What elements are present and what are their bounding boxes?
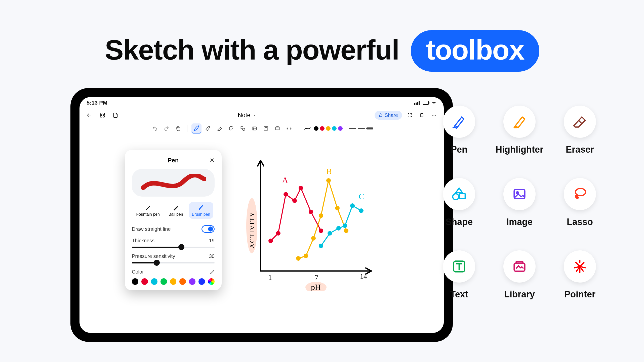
stroke-thin-button[interactable]	[349, 128, 356, 129]
tool-lasso[interactable]: Lasso	[551, 178, 609, 246]
close-button[interactable]: ✕	[210, 157, 215, 164]
eraser-tool-button[interactable]	[215, 123, 225, 133]
sketch-chart: 1 7 14 pH ACTIVITY A	[240, 150, 391, 291]
grid-view-button[interactable]	[98, 111, 107, 119]
svg-text:C: C	[359, 192, 365, 201]
color-swatch-black[interactable]	[314, 126, 318, 131]
color-swatches	[132, 278, 215, 285]
tool-pointer[interactable]: Pointer	[551, 250, 609, 318]
tool-highlighter[interactable]: Highlighter	[491, 106, 548, 173]
undo-button[interactable]	[150, 123, 160, 133]
svg-point-9	[229, 126, 233, 129]
tool-shape[interactable]: Shape	[430, 178, 488, 246]
share-label: Share	[385, 112, 398, 118]
svg-point-13	[253, 128, 254, 129]
pen-type-ball[interactable]: Ball pen	[166, 202, 186, 219]
library-icon	[511, 258, 528, 275]
swatch-purple[interactable]	[189, 278, 195, 285]
swatch-black[interactable]	[132, 278, 138, 285]
svg-text:ACTIVITY: ACTIVITY	[249, 211, 256, 248]
pen-type-fountain[interactable]: Fountain pen	[133, 202, 163, 219]
color-swatch-cyan[interactable]	[332, 126, 337, 131]
highlighter-icon	[511, 114, 528, 130]
swatch-cyan[interactable]	[151, 278, 157, 285]
pressure-slider[interactable]	[132, 262, 215, 263]
svg-point-32	[304, 254, 308, 258]
document-title-dropdown[interactable]: Note	[123, 112, 371, 119]
swatch-green[interactable]	[160, 278, 167, 285]
svg-point-23	[269, 239, 272, 243]
edit-colors-icon[interactable]	[210, 269, 215, 275]
svg-rect-5	[421, 113, 423, 117]
lasso-tool-button[interactable]	[226, 123, 236, 133]
chevron-down-icon	[252, 113, 257, 117]
svg-point-47	[453, 194, 459, 200]
redo-button[interactable]	[162, 123, 172, 133]
tablet-frame: 5:13 PM Note	[70, 88, 453, 342]
fullscreen-button[interactable]	[406, 111, 414, 119]
share-button[interactable]: Share	[375, 111, 402, 120]
tool-eraser[interactable]: Eraser	[551, 106, 609, 173]
headline: Sketch with a powerful toolbox	[0, 30, 644, 72]
text-tool-button[interactable]	[261, 123, 271, 133]
back-button[interactable]	[85, 111, 94, 119]
svg-rect-46	[460, 193, 465, 199]
lock-icon	[379, 113, 383, 117]
svg-point-43	[351, 204, 354, 207]
thickness-slider[interactable]	[132, 247, 215, 248]
svg-point-40	[328, 232, 332, 235]
tool-text[interactable]: Text	[430, 250, 488, 318]
clipboard-button[interactable]	[418, 111, 426, 119]
highlighter-tool-button[interactable]	[203, 123, 213, 133]
pen-tool-button[interactable]	[191, 123, 202, 133]
stroke-style-button[interactable]	[302, 123, 312, 133]
draw-straight-label: Draw straight line	[132, 226, 171, 232]
pen-type-brush[interactable]: Brush pen	[189, 202, 213, 219]
document-title: Note	[238, 112, 251, 119]
thickness-value: 19	[209, 238, 215, 244]
document-button[interactable]	[111, 111, 120, 119]
pen-icon	[451, 114, 467, 130]
color-swatch-purple[interactable]	[338, 126, 343, 131]
svg-rect-2	[100, 116, 102, 117]
color-label: Color	[132, 269, 144, 275]
color-swatch-yellow[interactable]	[326, 126, 331, 131]
stroke-preview	[132, 169, 215, 197]
color-swatch-red[interactable]	[320, 126, 325, 131]
svg-point-11	[243, 128, 245, 130]
stroke-medium-button[interactable]	[358, 128, 365, 129]
svg-point-24	[276, 232, 280, 235]
svg-point-34	[319, 214, 323, 217]
status-icons	[414, 101, 437, 105]
svg-rect-0	[100, 113, 102, 115]
shape-icon	[451, 186, 467, 202]
pointer-tool-button[interactable]	[284, 123, 294, 133]
wifi-icon	[431, 101, 437, 105]
library-tool-button[interactable]	[272, 123, 283, 133]
svg-point-39	[319, 244, 323, 248]
svg-text:1: 1	[268, 273, 272, 281]
draw-straight-toggle[interactable]	[202, 225, 215, 233]
hand-tool-button[interactable]	[173, 123, 183, 133]
swatch-red[interactable]	[141, 278, 148, 285]
svg-text:B: B	[326, 167, 332, 176]
svg-rect-3	[103, 116, 104, 117]
swatch-amber[interactable]	[170, 278, 177, 285]
svg-point-44	[359, 209, 363, 212]
tool-image[interactable]: Image	[491, 178, 548, 246]
stroke-thick-button[interactable]	[366, 127, 373, 129]
tool-pen[interactable]: Pen	[430, 106, 488, 173]
swatch-blue[interactable]	[198, 278, 205, 285]
image-tool-button[interactable]	[249, 123, 259, 133]
svg-point-26	[293, 199, 296, 202]
battery-icon	[423, 101, 429, 105]
swatch-custom[interactable]	[208, 278, 215, 285]
svg-point-54	[579, 265, 581, 267]
pressure-label: Pressure sensitivity	[132, 253, 175, 259]
tool-library[interactable]: Library	[491, 250, 548, 318]
svg-rect-48	[514, 189, 525, 199]
thickness-label: Thickness	[132, 238, 154, 244]
shape-tool-button[interactable]	[238, 123, 248, 133]
svg-point-27	[299, 186, 303, 190]
swatch-orange[interactable]	[179, 278, 186, 285]
